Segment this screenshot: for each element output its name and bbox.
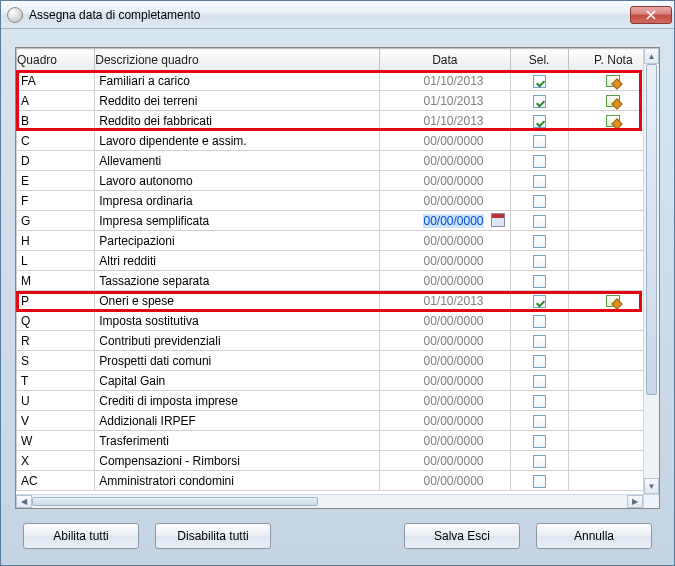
cell-sel xyxy=(510,131,568,151)
cell-data[interactable]: 00/00/0000 xyxy=(380,211,510,231)
cell-quadro: D xyxy=(17,151,95,171)
table-row[interactable]: FImpresa ordinaria00/00/0000 xyxy=(17,191,659,211)
calendar-icon[interactable] xyxy=(491,213,505,227)
checkbox-sel[interactable] xyxy=(533,215,546,228)
table-row[interactable]: TCapital Gain00/00/0000 xyxy=(17,371,659,391)
checkbox-sel[interactable] xyxy=(533,395,546,408)
cell-data[interactable]: 00/00/0000 xyxy=(380,251,510,271)
titlebar[interactable]: Assegna data di completamento xyxy=(1,1,674,29)
cell-data[interactable]: 00/00/0000 xyxy=(380,171,510,191)
cell-data[interactable]: 00/00/0000 xyxy=(380,271,510,291)
checkbox-sel[interactable] xyxy=(533,195,546,208)
table-row[interactable]: HPartecipazioni00/00/0000 xyxy=(17,231,659,251)
cancel-button[interactable]: Annulla xyxy=(536,523,652,549)
scroll-left-arrow[interactable]: ◀ xyxy=(16,495,32,508)
date-input-active[interactable]: 00/00/0000 xyxy=(423,214,483,228)
table-row[interactable]: GImpresa semplificata00/00/0000 xyxy=(17,211,659,231)
col-header-data[interactable]: Data xyxy=(380,49,510,71)
cell-descrizione: Partecipazioni xyxy=(95,231,380,251)
checkbox-sel[interactable] xyxy=(533,475,546,488)
disable-all-button[interactable]: Disabilita tutti xyxy=(155,523,271,549)
vertical-scrollbar[interactable]: ▲ ▼ xyxy=(643,48,659,494)
checkbox-sel[interactable] xyxy=(533,455,546,468)
cell-data[interactable]: 00/00/0000 xyxy=(380,331,510,351)
cell-data[interactable]: 00/00/0000 xyxy=(380,151,510,171)
close-button[interactable] xyxy=(630,6,672,24)
note-icon[interactable] xyxy=(606,75,620,87)
table-row[interactable]: LAltri redditi00/00/0000 xyxy=(17,251,659,271)
cell-data[interactable]: 00/00/0000 xyxy=(380,411,510,431)
cell-descrizione: Trasferimenti xyxy=(95,431,380,451)
checkbox-sel[interactable] xyxy=(533,155,546,168)
note-icon[interactable] xyxy=(606,95,620,107)
checkbox-sel[interactable] xyxy=(533,235,546,248)
checkbox-sel[interactable] xyxy=(533,95,546,108)
col-header-sel[interactable]: Sel. xyxy=(510,49,568,71)
cell-descrizione: Impresa semplificata xyxy=(95,211,380,231)
checkbox-sel[interactable] xyxy=(533,415,546,428)
cell-data[interactable]: 01/10/2013 xyxy=(380,71,510,91)
table-row[interactable]: FAFamiliari a carico01/10/2013 xyxy=(17,71,659,91)
table-row[interactable]: XCompensazioni - Rimborsi00/00/0000 xyxy=(17,451,659,471)
cell-data[interactable]: 00/00/0000 xyxy=(380,131,510,151)
cell-data[interactable]: 00/00/0000 xyxy=(380,391,510,411)
checkbox-sel[interactable] xyxy=(533,295,546,308)
checkbox-sel[interactable] xyxy=(533,315,546,328)
checkbox-sel[interactable] xyxy=(533,75,546,88)
table-row[interactable]: QImposta sostitutiva00/00/0000 xyxy=(17,311,659,331)
cell-data[interactable]: 00/00/0000 xyxy=(380,231,510,251)
scroll-down-arrow[interactable]: ▼ xyxy=(644,478,659,494)
checkbox-sel[interactable] xyxy=(533,435,546,448)
cell-data[interactable]: 00/00/0000 xyxy=(380,191,510,211)
cell-data[interactable]: 00/00/0000 xyxy=(380,371,510,391)
cell-sel xyxy=(510,391,568,411)
header-row: Quadro Descrizione quadro Data Sel. P. N… xyxy=(17,49,659,71)
checkbox-sel[interactable] xyxy=(533,375,546,388)
table-row[interactable]: ACAmministratori condomini00/00/0000 xyxy=(17,471,659,491)
cell-quadro: L xyxy=(17,251,95,271)
hscroll-thumb[interactable] xyxy=(32,497,318,506)
cell-data[interactable]: 00/00/0000 xyxy=(380,351,510,371)
col-header-descrizione[interactable]: Descrizione quadro xyxy=(95,49,380,71)
cell-data[interactable]: 00/00/0000 xyxy=(380,471,510,491)
table-row[interactable]: POneri e spese01/10/2013 xyxy=(17,291,659,311)
cell-descrizione: Prospetti dati comuni xyxy=(95,351,380,371)
save-exit-button[interactable]: Salva Esci xyxy=(404,523,520,549)
checkbox-sel[interactable] xyxy=(533,355,546,368)
horizontal-scrollbar[interactable]: ◀ ▶ xyxy=(16,494,643,508)
cell-data[interactable]: 00/00/0000 xyxy=(380,431,510,451)
cell-data[interactable]: 01/10/2013 xyxy=(380,291,510,311)
table-row[interactable]: BReddito dei fabbricati01/10/2013 xyxy=(17,111,659,131)
table-row[interactable]: CLavoro dipendente e assim.00/00/0000 xyxy=(17,131,659,151)
enable-all-button[interactable]: Abilita tutti xyxy=(23,523,139,549)
cell-data[interactable]: 00/00/0000 xyxy=(380,451,510,471)
checkbox-sel[interactable] xyxy=(533,135,546,148)
cell-data[interactable]: 01/10/2013 xyxy=(380,91,510,111)
table-row[interactable]: WTrasferimenti00/00/0000 xyxy=(17,431,659,451)
scroll-right-arrow[interactable]: ▶ xyxy=(627,495,643,508)
col-header-quadro[interactable]: Quadro xyxy=(17,49,95,71)
cell-descrizione: Crediti di imposta imprese xyxy=(95,391,380,411)
table-row[interactable]: SProspetti dati comuni00/00/0000 xyxy=(17,351,659,371)
cell-descrizione: Tassazione separata xyxy=(95,271,380,291)
table-row[interactable]: DAllevamenti00/00/0000 xyxy=(17,151,659,171)
scroll-up-arrow[interactable]: ▲ xyxy=(644,48,659,64)
cell-descrizione: Addizionali IRPEF xyxy=(95,411,380,431)
table-row[interactable]: VAddizionali IRPEF00/00/0000 xyxy=(17,411,659,431)
table-row[interactable]: MTassazione separata00/00/0000 xyxy=(17,271,659,291)
note-icon[interactable] xyxy=(606,115,620,127)
note-icon[interactable] xyxy=(606,295,620,307)
vscroll-thumb[interactable] xyxy=(646,64,657,395)
cell-data[interactable]: 01/10/2013 xyxy=(380,111,510,131)
checkbox-sel[interactable] xyxy=(533,255,546,268)
table-row[interactable]: AReddito dei terreni01/10/2013 xyxy=(17,91,659,111)
table-row[interactable]: UCrediti di imposta imprese00/00/0000 xyxy=(17,391,659,411)
checkbox-sel[interactable] xyxy=(533,335,546,348)
table-row[interactable]: ELavoro autonomo00/00/0000 xyxy=(17,171,659,191)
checkbox-sel[interactable] xyxy=(533,115,546,128)
table-row[interactable]: RContributi previdenziali00/00/0000 xyxy=(17,331,659,351)
checkbox-sel[interactable] xyxy=(533,175,546,188)
cell-sel xyxy=(510,411,568,431)
checkbox-sel[interactable] xyxy=(533,275,546,288)
cell-data[interactable]: 00/00/0000 xyxy=(380,311,510,331)
